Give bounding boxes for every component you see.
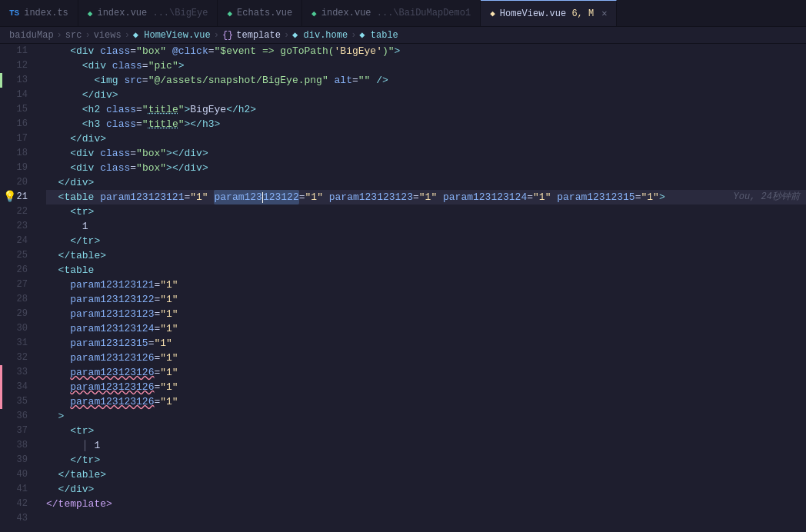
crumb-div-home: ◆ div.home <box>292 29 348 41</box>
code-line-28: param123123122="1" <box>46 292 806 307</box>
tab-bar: TS index.ts ◆ index.vue ...\BigEye ◆ Ech… <box>0 0 806 27</box>
code-line-19: <div class="box"></div> <box>46 161 806 175</box>
gutter-20: 20 <box>0 175 34 190</box>
tag-open: <div <box>70 44 94 58</box>
attr-class: class <box>100 44 130 58</box>
code-line-16: <h3 class="title"></h3> <box>46 117 806 131</box>
warning-icon: 💡 <box>3 190 16 204</box>
code-content[interactable]: <div class="box" @click="$event => goToP… <box>40 44 806 532</box>
code-line-20: </div> <box>46 175 806 190</box>
code-line-36: > <box>46 409 806 424</box>
gutter-13: 13 <box>0 73 34 88</box>
gutter-17: 17 <box>0 131 34 146</box>
code-line-35: param123123126="1" <box>46 394 806 409</box>
gutter-16: 16 <box>0 117 34 131</box>
code-line-24: </tr> <box>46 234 806 248</box>
gutter-39: 39 <box>0 453 34 467</box>
crumb-table: ◆ table <box>359 29 398 41</box>
vue-icon: ◆ <box>490 8 495 18</box>
gutter-30: 30 <box>0 321 34 336</box>
gutter-14: 14 <box>0 88 34 102</box>
tab-label: index.ts <box>24 8 68 18</box>
gutter-41: 41 <box>0 482 34 497</box>
code-line-34: param123123126="1" <box>46 380 806 394</box>
code-line-21: <table param123123121="1" param123123122… <box>46 190 806 204</box>
gutter-25: 25 <box>0 248 34 263</box>
code-line-12: <div class="pic"> <box>46 58 806 73</box>
attr-val-box: "box" <box>136 44 166 58</box>
gutter-35: 35 <box>0 394 34 409</box>
indent <box>46 44 70 58</box>
code-line-13: <img src="@/assets/snapshot/BigEye.png" … <box>46 73 806 88</box>
gutter-21: 💡 21 <box>0 190 34 204</box>
tab-homeview-vue[interactable]: ◆ HomeView.vue 6, M ✕ <box>481 0 617 26</box>
gutter-32: 32 <box>0 351 34 365</box>
crumb-homeview: ◆ HomeView.vue <box>133 29 211 41</box>
code-line-17: </div> <box>46 131 806 146</box>
tab-index-vue-bigeye[interactable]: ◆ index.vue ...\BigEye <box>78 0 218 26</box>
gutter-27: 27 <box>0 278 34 292</box>
crumb-braces: {} <box>222 30 233 41</box>
vue-icon: ◆ <box>88 8 93 18</box>
breadcrumb: baiduMap › src › views › ◆ HomeView.vue … <box>0 27 806 44</box>
space <box>94 44 100 58</box>
space <box>166 44 172 58</box>
vue-icon: ◆ <box>311 8 317 18</box>
gutter-24: 24 <box>0 234 34 248</box>
tab-label: index.vue ...\BaiDuMapDemo1 <box>321 8 471 18</box>
code-line-30: param123123124="1" <box>46 321 806 336</box>
code-line-41: </div> <box>46 482 806 497</box>
gutter-18: 18 <box>0 146 34 161</box>
tab-label: HomeView.vue 6, M <box>500 8 594 19</box>
sep: › <box>214 30 219 41</box>
gutter-12: 12 <box>0 58 34 73</box>
tab-label: index.vue ...\BigEye <box>97 8 208 18</box>
crumb-template-label: template <box>236 30 281 41</box>
gutter-19: 19 <box>0 161 34 175</box>
code-line-14: </div> <box>46 88 806 102</box>
code-line-33: param123123126="1" <box>46 365 806 380</box>
gutter-43: 43 <box>0 511 34 526</box>
gutter-40: 40 <box>0 467 34 482</box>
gutter-33: 33 <box>0 365 34 380</box>
close-tab-icon[interactable]: ✕ <box>601 8 607 19</box>
gutter-36: 36 <box>0 409 34 424</box>
code-line-29: param123123123="1" <box>46 307 806 321</box>
code-line-40: </table> <box>46 467 806 482</box>
code-line-42: </template> <box>46 497 806 511</box>
gutter-28: 28 <box>0 292 34 307</box>
code-line-37: <tr> <box>46 424 806 438</box>
crumb-baidumap: baiduMap <box>9 30 54 41</box>
gutter-15: 15 <box>0 102 34 117</box>
crumb-src: src <box>65 30 82 41</box>
code-line-31: param12312315="1" <box>46 336 806 351</box>
crumb-views: views <box>94 30 122 41</box>
sep: › <box>351 30 356 41</box>
tab-echats-vue[interactable]: ◆ Echats.vue <box>218 0 302 26</box>
gutter-26: 26 <box>0 263 34 278</box>
tab-label: Echats.vue <box>237 8 292 18</box>
sep: › <box>57 30 62 41</box>
gutter-22: 22 <box>0 204 34 219</box>
gutter-11: 11 <box>0 44 34 58</box>
gutter-31: 31 <box>0 336 34 351</box>
code-line-18: <div class="box"></div> <box>46 146 806 161</box>
code-line-22: <tr> <box>46 204 806 219</box>
gutter-29: 29 <box>0 307 34 321</box>
tab-index-ts[interactable]: TS index.ts <box>0 0 78 26</box>
code-line-38: │ 1 <box>46 438 806 453</box>
tab-index-vue-baidudemo[interactable]: ◆ index.vue ...\BaiDuMapDemo1 <box>302 0 481 26</box>
gutter-37: 37 <box>0 424 34 438</box>
sep: › <box>85 30 90 41</box>
code-line-32: param123123126="1" <box>46 351 806 365</box>
code-line-15: <h2 class="title">BigEye</h2> <box>46 102 806 117</box>
code-line-27: param123123121="1" <box>46 278 806 292</box>
gutter-23: 23 <box>0 219 34 234</box>
gutter-34: 34 <box>0 380 34 394</box>
line-numbers: 11 12 13 14 15 16 17 18 19 20 💡 21 22 23… <box>0 44 40 532</box>
attr-click: @click <box>172 44 208 58</box>
vue-icon: ◆ <box>227 8 232 18</box>
code-line-39: </tr> <box>46 453 806 467</box>
code-line-11: <div class="box" @click="$event => goToP… <box>46 44 806 58</box>
code-line-25: </table> <box>46 248 806 263</box>
